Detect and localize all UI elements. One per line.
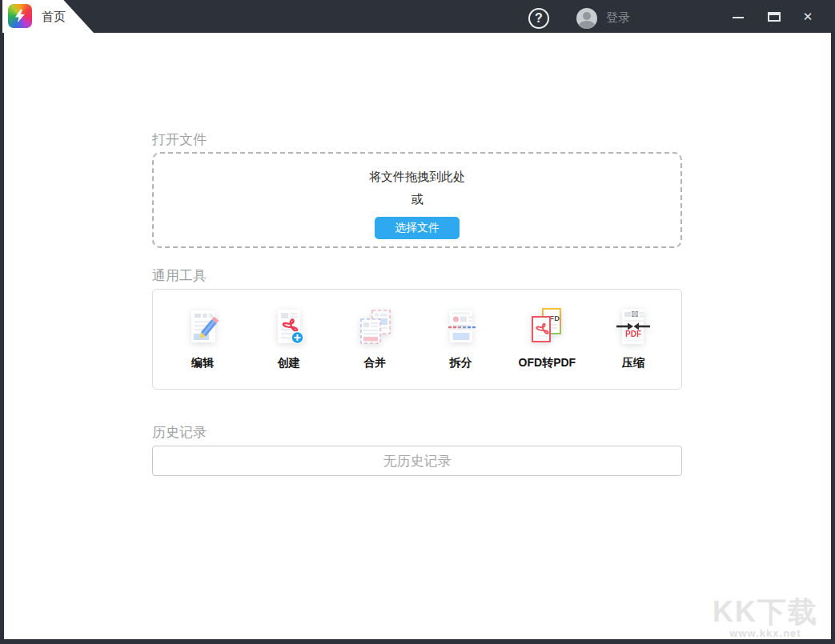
close-button[interactable]: ✕ [794, 0, 821, 33]
avatar[interactable] [576, 8, 597, 29]
tool-edit[interactable]: 编辑 [166, 305, 239, 389]
maximize-button[interactable] [761, 0, 788, 33]
main-content: 打开文件 将文件拖拽到此处 或 选择文件 通用工具 [4, 33, 831, 639]
maximize-icon [768, 12, 781, 22]
lightning-bolt-icon [13, 9, 27, 23]
tool-ofd-to-pdf[interactable]: OFD OFD转PDF [510, 305, 584, 389]
merge-pdf-icon [352, 305, 397, 350]
tool-merge[interactable]: 合并 [338, 305, 411, 389]
watermark-url: www.kkx.net [713, 627, 818, 639]
open-file-title: 打开文件 [152, 130, 207, 149]
tool-edit-label: 编辑 [191, 356, 214, 370]
tools-title: 通用工具 [152, 266, 207, 285]
app-window: 首页 ? 登录 ✕ 打开文件 将文件拖拽到此处 或 选择文件 通用工具 [0, 0, 835, 644]
watermark: KK下载 www.kkx.net [713, 597, 818, 639]
file-dropzone[interactable]: 将文件拖拽到此处 或 选择文件 [152, 152, 682, 248]
drop-hint-text: 将文件拖拽到此处 [369, 170, 465, 185]
watermark-text: KK下载 [713, 597, 818, 627]
history-panel: 无历史记录 [152, 446, 682, 476]
edit-pdf-icon [180, 305, 225, 350]
split-pdf-icon [439, 305, 484, 350]
compress-pdf-icon: PDF [611, 305, 656, 350]
tools-panel: 编辑 创建 [152, 289, 682, 390]
login-button[interactable]: 登录 [606, 10, 630, 26]
tab-home-label: 首页 [42, 10, 66, 25]
or-text: 或 [411, 192, 424, 207]
titlebar: 首页 ? 登录 ✕ [0, 0, 835, 33]
tool-merge-label: 合并 [363, 356, 386, 370]
tool-compress-label: 压缩 [622, 356, 644, 370]
create-pdf-icon [267, 305, 311, 350]
pdf-icon-text: PDF [625, 330, 641, 338]
help-icon[interactable]: ? [528, 8, 549, 29]
tool-create[interactable]: 创建 [252, 305, 326, 389]
minimize-icon [733, 17, 744, 18]
avatar-body [579, 21, 595, 29]
ofd-to-pdf-icon: OFD [524, 305, 569, 350]
choose-file-button[interactable]: 选择文件 [375, 217, 460, 239]
avatar-head [583, 12, 591, 20]
tool-create-label: 创建 [278, 356, 300, 370]
tool-ofd-to-pdf-label: OFD转PDF [519, 356, 576, 370]
tool-compress[interactable]: PDF 压缩 [596, 305, 670, 389]
minimize-button[interactable] [725, 0, 752, 33]
app-logo-icon [8, 4, 32, 28]
tool-split[interactable]: 拆分 [424, 305, 498, 389]
history-title: 历史记录 [152, 423, 207, 442]
history-empty-text: 无历史记录 [383, 452, 452, 470]
tool-split-label: 拆分 [450, 356, 472, 370]
